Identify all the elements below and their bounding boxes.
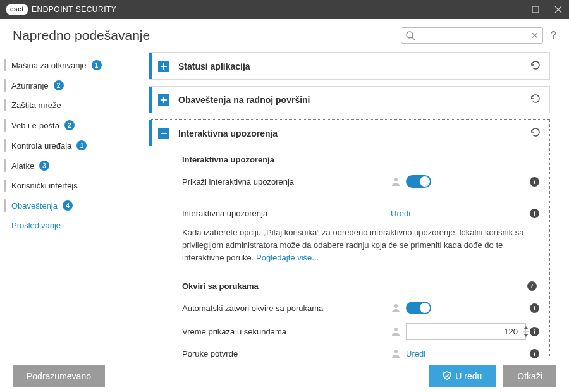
info-icon[interactable]: i xyxy=(527,281,537,291)
section-header[interactable]: Interaktivna upozorenja xyxy=(149,120,549,146)
spin-up-icon[interactable] xyxy=(523,324,529,331)
titlebar: eset ENDPOINT SECURITY xyxy=(0,0,569,19)
revert-icon[interactable] xyxy=(529,93,541,106)
svg-point-11 xyxy=(394,304,398,308)
sidebar-item-user-interface[interactable]: Korisnički interfejs xyxy=(0,176,149,195)
svg-point-13 xyxy=(394,350,398,353)
collapse-icon[interactable] xyxy=(158,128,169,139)
content-area: Statusi aplikacija Obaveštenja na radnoj… xyxy=(149,52,569,358)
user-icon xyxy=(391,348,401,358)
info-icon[interactable]: i xyxy=(530,327,539,336)
sidebar-badge: 1 xyxy=(92,60,102,70)
info-icon[interactable]: i xyxy=(530,177,539,187)
setting-label: Poruke potvrde xyxy=(182,349,391,358)
sidebar-item-label: Alatke xyxy=(11,161,34,171)
user-icon xyxy=(391,303,401,313)
clear-search-icon[interactable]: ✕ xyxy=(531,30,539,40)
row-autoclose-message-boxes: Automatski zatvori okvire sa porukama i xyxy=(182,297,537,319)
sidebar-badge: 1 xyxy=(76,140,87,150)
subsection-heading-message-boxes: Okviri sa porukama i xyxy=(182,281,537,291)
sidebar-item-label: Mašina za otkrivanje xyxy=(11,61,87,70)
expand-icon[interactable] xyxy=(158,61,169,72)
setting-description: Kada izaberete opciju „Pitaj korisnika“ … xyxy=(182,226,537,264)
sidebar-item-label: Obaveštenja xyxy=(11,201,58,211)
subsection-heading-interactive: Interaktivna upozorenja xyxy=(182,155,537,164)
svg-point-12 xyxy=(394,328,398,331)
window-close-icon[interactable] xyxy=(554,5,563,14)
user-icon xyxy=(391,176,401,187)
sidebar-item-label: Prosleđivanje xyxy=(11,221,61,230)
row-confirmation-messages: Poruke potvrde Uredi i xyxy=(182,344,537,358)
setting-label: Prikaži interaktivna upozorenja xyxy=(182,177,391,187)
sidebar-item-update[interactable]: Ažuriranje 2 xyxy=(0,75,149,95)
default-button[interactable]: Podrazumevano xyxy=(13,365,105,387)
display-time-field[interactable] xyxy=(406,323,526,340)
cancel-button[interactable]: Otkaži xyxy=(503,365,556,387)
search-field[interactable]: ✕ xyxy=(401,27,543,44)
setting-label: Interaktivna upozorenja xyxy=(182,209,391,218)
sidebar-item-tools[interactable]: Alatke 3 xyxy=(0,156,149,176)
section-interactive-alerts: Interaktivna upozorenja Interaktivna upo… xyxy=(149,119,550,358)
sidebar-item-web-email[interactable]: Veb i e-pošta 2 xyxy=(0,115,149,135)
spinner[interactable] xyxy=(523,324,529,339)
sidebar-item-notifications[interactable]: Obaveštenja 4 xyxy=(0,195,149,216)
revert-icon[interactable] xyxy=(529,59,541,73)
display-time-input[interactable] xyxy=(407,327,523,336)
brand-badge: eset xyxy=(6,4,28,15)
info-icon[interactable]: i xyxy=(530,209,539,218)
sidebar-badge: 3 xyxy=(39,161,49,171)
footer: Podrazumevano U redu Otkaži xyxy=(0,360,569,392)
learn-more-link[interactable]: Pogledajte više... xyxy=(256,253,319,262)
search-input[interactable] xyxy=(405,30,531,40)
toggle-show-interactive-alerts[interactable] xyxy=(406,175,431,188)
sidebar-badge: 4 xyxy=(63,200,73,211)
section-title: Statusi aplikacija xyxy=(178,61,250,71)
sidebar-item-label: Veb i e-pošta xyxy=(11,121,59,130)
sidebar-item-detection-engine[interactable]: Mašina za otkrivanje 1 xyxy=(0,55,149,75)
info-icon[interactable]: i xyxy=(530,349,539,358)
section-title: Interaktivna upozorenja xyxy=(178,128,278,138)
edit-interactive-alerts-link[interactable]: Uredi xyxy=(391,209,410,218)
ok-button[interactable]: U redu xyxy=(429,365,496,387)
sidebar-item-device-control[interactable]: Kontrola uređaja 1 xyxy=(0,135,149,156)
sidebar-badge: 2 xyxy=(54,80,64,90)
sidebar-badge: 2 xyxy=(64,120,75,130)
sidebar-item-network-protection[interactable]: Zaštita mreže xyxy=(0,95,149,115)
search-icon xyxy=(405,30,415,42)
spin-down-icon[interactable] xyxy=(523,331,529,340)
expand-icon[interactable] xyxy=(158,94,169,106)
page-title: Napredno podešavanje xyxy=(13,28,150,43)
sidebar: Mašina za otkrivanje 1 Ažuriranje 2 Zašt… xyxy=(0,52,149,358)
svg-point-3 xyxy=(407,32,413,38)
window-maximize-icon[interactable] xyxy=(531,5,540,14)
user-icon xyxy=(391,326,401,336)
info-icon[interactable]: i xyxy=(530,303,539,313)
sidebar-item-label: Zaštita mreže xyxy=(11,101,61,110)
row-show-interactive-alerts: Prikaži interaktivna upozorenja i xyxy=(182,171,537,192)
setting-label: Automatski zatvori okvire sa porukama xyxy=(182,303,391,313)
section-desktop-notifications[interactable]: Obaveštenja na radnoj površini xyxy=(149,86,550,113)
brand: eset ENDPOINT SECURITY xyxy=(6,4,116,15)
sidebar-item-forwarding[interactable]: Prosleđivanje xyxy=(0,216,149,235)
product-name: ENDPOINT SECURITY xyxy=(32,5,116,14)
sidebar-item-label: Korisnički interfejs xyxy=(11,181,78,190)
row-interactive-alerts-edit: Interaktivna upozorenja Uredi i xyxy=(182,204,537,223)
edit-confirmation-messages-link[interactable]: Uredi xyxy=(406,349,425,358)
help-icon[interactable]: ? xyxy=(551,30,556,41)
toggle-autoclose-message-boxes[interactable] xyxy=(406,302,431,314)
section-app-statuses[interactable]: Statusi aplikacija xyxy=(149,52,550,80)
svg-point-10 xyxy=(394,178,398,181)
revert-icon[interactable] xyxy=(529,126,541,140)
section-title: Obaveštenja na radnoj površini xyxy=(178,95,310,105)
row-display-time: Vreme prikaza u sekundama i xyxy=(182,319,537,344)
svg-line-4 xyxy=(412,37,415,40)
sidebar-item-label: Ažuriranje xyxy=(11,81,49,90)
shield-check-icon xyxy=(443,371,451,382)
sidebar-item-label: Kontrola uređaja xyxy=(11,141,71,150)
header: Napredno podešavanje ✕ ? xyxy=(0,19,569,52)
setting-label: Vreme prikaza u sekundama xyxy=(182,327,391,336)
svg-rect-0 xyxy=(532,6,539,13)
